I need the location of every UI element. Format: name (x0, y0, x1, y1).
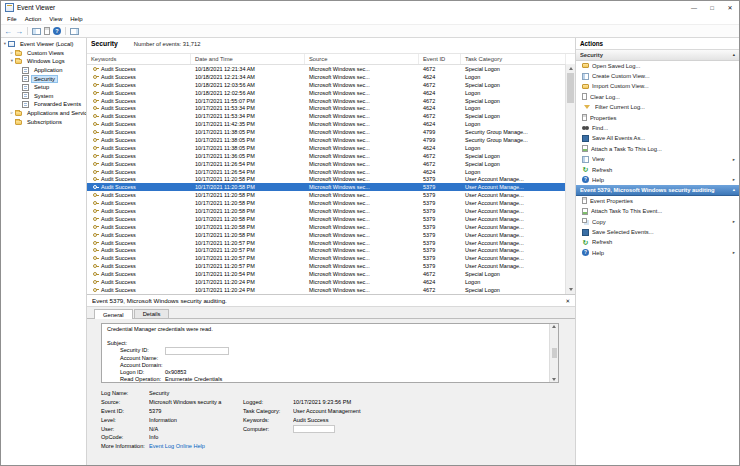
table-row[interactable]: Audit Success10/17/2021 11:20:57 PMMicro… (87, 246, 566, 254)
list-scrollbar[interactable] (565, 64, 575, 294)
menu-file[interactable]: File (3, 16, 21, 22)
table-row[interactable]: Audit Success10/17/2021 11:26:54 PMMicro… (87, 168, 566, 176)
scroll-down-icon[interactable] (552, 378, 556, 381)
action-view[interactable]: View▸ (576, 154, 739, 164)
column-header-keywords[interactable]: Keywords (87, 54, 191, 64)
scrollbar-thumb[interactable] (567, 73, 574, 103)
table-row[interactable]: Audit Success10/18/2021 12:02:56 AMMicro… (87, 89, 566, 97)
tree-item-event-viewer-local[interactable]: ▾Event Viewer (Local) (1, 40, 86, 49)
table-row[interactable]: Audit Success10/17/2021 11:20:58 PMMicro… (87, 199, 566, 207)
actions-section-event-5379-microsoft-windows-security-auditing[interactable]: Event 5379, Microsoft Windows security a… (576, 185, 739, 196)
tree-item-security[interactable]: Security (1, 74, 86, 83)
action-copy[interactable]: Copy▸ (576, 216, 739, 226)
action-open-saved-log[interactable]: Open Saved Log... (576, 61, 739, 71)
table-row[interactable]: Audit Success10/17/2021 11:20:58 PMMicro… (87, 215, 566, 223)
tree-item-setup[interactable]: Setup (1, 83, 86, 92)
tab-details[interactable]: Details (134, 309, 170, 318)
table-row[interactable]: Audit Success10/17/2021 11:38:05 PMMicro… (87, 128, 566, 136)
actions-section-security[interactable]: Security▴ (576, 50, 739, 61)
source-cell: Microsoft Windows sec... (305, 153, 419, 159)
table-row[interactable]: Audit Success10/18/2021 12:03:56 AMMicro… (87, 81, 566, 89)
table-row[interactable]: Audit Success10/17/2021 11:20:58 PMMicro… (87, 207, 566, 215)
action-label: Import Custom View... (592, 83, 735, 89)
scroll-up-icon[interactable] (566, 64, 575, 73)
menu-help[interactable]: Help (66, 16, 86, 22)
action-attach-task-to-this-event[interactable]: Attach Task To This Event... (576, 206, 739, 216)
back-icon[interactable]: ← (4, 27, 12, 36)
menu-view[interactable]: View (45, 16, 66, 22)
collapse-icon: ▴ (733, 52, 735, 57)
action-find[interactable]: Find... (576, 123, 739, 133)
scrollbar-thumb[interactable] (552, 348, 557, 358)
column-header-source[interactable]: Source (305, 54, 419, 64)
minimize-button[interactable]: — (685, 1, 703, 14)
help-icon[interactable]: ? (53, 27, 61, 35)
table-row[interactable]: Audit Success10/17/2021 11:26:54 PMMicro… (87, 160, 566, 168)
tree-item-forwarded-events[interactable]: Forwarded Events (1, 100, 86, 109)
table-row[interactable]: Audit Success10/17/2021 11:20:57 PMMicro… (87, 254, 566, 262)
tree-item-application[interactable]: Application (1, 66, 86, 75)
maximize-button[interactable]: □ (703, 1, 721, 14)
scrollbar-track[interactable] (566, 73, 575, 285)
date-time-cell: 10/17/2021 11:20:57 PM (191, 240, 305, 246)
description-scrollbar[interactable] (549, 324, 558, 382)
action-event-properties[interactable]: Event Properties (576, 196, 739, 206)
field-value: 0x90853 (165, 369, 186, 376)
table-row[interactable]: Audit Success10/17/2021 11:53:34 PMMicro… (87, 112, 566, 120)
table-row[interactable]: Audit Success10/18/2021 12:21:34 AMMicro… (87, 73, 566, 81)
table-row[interactable]: Audit Success10/18/2021 12:21:34 AMMicro… (87, 65, 566, 73)
column-header-event-id[interactable]: Event ID (419, 54, 461, 64)
action-save-selected-events[interactable]: Save Selected Events... (576, 227, 739, 237)
action-import-custom-view[interactable]: Import Custom View... (576, 81, 739, 91)
action-clear-log[interactable]: Clear Log... (576, 92, 739, 102)
table-row[interactable]: Audit Success10/17/2021 11:20:57 PMMicro… (87, 239, 566, 247)
keywords-cell: Audit Success (87, 90, 191, 96)
scroll-up-icon[interactable] (552, 325, 556, 328)
column-header-task-category[interactable]: Task Category (461, 54, 566, 64)
table-row[interactable]: Audit Success10/17/2021 11:36:05 PMMicro… (87, 152, 566, 160)
table-row[interactable]: Audit Success10/17/2021 11:20:24 PMMicro… (87, 278, 566, 286)
log-icon (22, 75, 29, 82)
tree-item-windows-logs[interactable]: ▾Windows Logs (1, 57, 86, 66)
table-row[interactable]: Audit Success10/17/2021 11:55:07 PMMicro… (87, 97, 566, 105)
table-row[interactable]: Audit Success10/17/2021 11:38:05 PMMicro… (87, 136, 566, 144)
action-help[interactable]: ?Help▸ (576, 175, 739, 185)
task-category-cell: User Account Manage... (461, 192, 566, 198)
table-row[interactable]: Audit Success10/17/2021 11:20:24 PMMicro… (87, 286, 566, 294)
table-row[interactable]: Audit Success10/17/2021 11:20:58 PMMicro… (87, 231, 566, 239)
event-log-online-help-link[interactable]: Event Log Online Help (149, 443, 243, 449)
table-row[interactable]: Audit Success10/17/2021 11:53:34 PMMicro… (87, 104, 566, 112)
tree-item-subscriptions[interactable]: Subscriptions (1, 117, 86, 126)
table-row[interactable]: Audit Success10/17/2021 11:20:57 PMMicro… (87, 262, 566, 270)
forward-icon[interactable]: → (15, 27, 23, 36)
menu-action[interactable]: Action (21, 16, 46, 22)
action-attach-a-task-to-this-log[interactable]: Attach a Task To This Log... (576, 144, 739, 154)
table-row[interactable]: Audit Success10/17/2021 11:20:54 PMMicro… (87, 270, 566, 278)
close-button[interactable]: ✕ (721, 1, 739, 14)
preview-close-icon[interactable]: ✕ (565, 298, 570, 304)
table-row[interactable]: Audit Success10/17/2021 11:20:58 PMMicro… (87, 191, 566, 199)
table-row[interactable]: Audit Success10/17/2021 11:42:35 PMMicro… (87, 120, 566, 128)
show-hide-action-pane-icon[interactable] (70, 28, 79, 35)
tree-item-applications-and-services-log[interactable]: ▹Applications and Services Log (1, 109, 86, 118)
action-refresh[interactable]: ↻Refresh (576, 164, 739, 174)
action-label: Refresh (592, 239, 735, 245)
column-header-date-and-time[interactable]: Date and Time (191, 54, 305, 64)
table-row[interactable]: Audit Success10/17/2021 11:20:58 PMMicro… (87, 183, 566, 191)
toolbar: ← → ? (1, 25, 739, 38)
action-refresh[interactable]: ↻Refresh (576, 237, 739, 247)
action-properties[interactable]: Properties (576, 112, 739, 122)
tab-general[interactable]: General (94, 309, 133, 319)
scroll-down-icon[interactable] (566, 285, 575, 294)
action-save-all-events-as[interactable]: Save All Events As... (576, 133, 739, 143)
action-help[interactable]: ?Help▸ (576, 248, 739, 258)
action-filter-current-log[interactable]: Filter Current Log... (576, 102, 739, 112)
tree-item-system[interactable]: System (1, 92, 86, 101)
show-hide-console-tree-icon[interactable] (32, 28, 41, 35)
action-create-custom-view[interactable]: Create Custom View... (576, 71, 739, 81)
properties-icon[interactable] (44, 27, 50, 35)
tree-item-custom-views[interactable]: ▹Custom Views (1, 49, 86, 58)
table-row[interactable]: Audit Success10/17/2021 11:20:58 PMMicro… (87, 223, 566, 231)
table-row[interactable]: Audit Success10/17/2021 11:20:58 PMMicro… (87, 175, 566, 183)
table-row[interactable]: Audit Success10/17/2021 11:38:05 PMMicro… (87, 144, 566, 152)
